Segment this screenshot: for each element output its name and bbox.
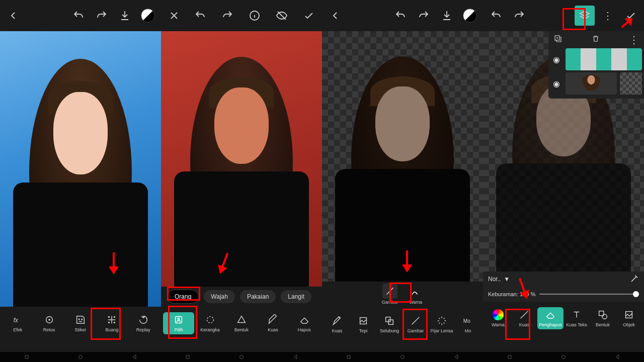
- svg-point-25: [602, 314, 607, 319]
- layers-icon[interactable]: [575, 6, 595, 26]
- tool-label: Kuas: [268, 327, 278, 332]
- tool-label: Kuas: [332, 328, 343, 333]
- undo-icon[interactable]: [486, 6, 506, 26]
- check-icon[interactable]: [621, 6, 641, 26]
- svg-text:Mo: Mo: [463, 318, 470, 324]
- tool-tepi[interactable]: Tepi: [350, 313, 376, 335]
- tool-retus[interactable]: Retus: [33, 312, 64, 334]
- tool-label: Objek: [623, 322, 635, 327]
- tool-kerangka[interactable]: Kerangka: [194, 312, 225, 334]
- mini-gambar[interactable]: Gambar: [382, 284, 398, 305]
- svg-point-10: [78, 355, 82, 359]
- svg-point-2: [48, 319, 50, 321]
- tool-kuas[interactable]: Kuas: [257, 312, 288, 334]
- tool-kuas[interactable]: Kuas: [324, 313, 350, 335]
- mini-warna[interactable]: Warna: [408, 284, 423, 305]
- layer-row[interactable]: ◉: [550, 72, 642, 95]
- layer-row[interactable]: ◉: [550, 48, 642, 70]
- check-icon[interactable]: [299, 6, 319, 26]
- back-icon[interactable]: [325, 6, 345, 26]
- undo-icon[interactable]: [390, 6, 411, 26]
- chip-langit[interactable]: Langit: [281, 290, 311, 303]
- android-navbar: [161, 352, 322, 362]
- android-navbar: [0, 352, 161, 362]
- opacity-slider[interactable]: [539, 294, 639, 295]
- tool-mode[interactable]: MoMo: [455, 313, 481, 335]
- tool-label: Replay: [136, 327, 150, 332]
- close-icon[interactable]: [164, 6, 184, 26]
- tool-label: Kerangka: [200, 327, 220, 332]
- svg-rect-15: [186, 355, 189, 358]
- svg-point-7: [109, 322, 110, 323]
- android-navbar: [322, 352, 483, 362]
- layers-panel[interactable]: ⋮ ◉ ◉: [548, 31, 644, 99]
- tool-label: Bentuk: [234, 327, 249, 332]
- tool-label: Selubung: [380, 328, 399, 333]
- more-icon[interactable]: ⋮: [629, 35, 639, 45]
- chip-orang[interactable]: Orang: [167, 290, 199, 304]
- chip-pakaian[interactable]: Pakaian: [240, 290, 276, 303]
- android-navbar: [483, 352, 644, 362]
- add-layer-icon[interactable]: [553, 34, 562, 45]
- svg-rect-21: [347, 355, 350, 358]
- tool-stiker[interactable]: Stiker: [65, 312, 96, 334]
- tool-gambar[interactable]: Gambar: [403, 313, 429, 335]
- tool-label: Efek: [13, 327, 22, 332]
- svg-rect-18: [386, 317, 390, 322]
- tool-objek[interactable]: Objek: [616, 307, 642, 329]
- svg-rect-27: [508, 355, 511, 358]
- logo-icon[interactable]: [138, 6, 158, 26]
- tool-label: Gambar: [382, 300, 398, 305]
- svg-point-4: [82, 319, 83, 320]
- tool-buang[interactable]: Buang: [96, 312, 127, 334]
- tool-replay[interactable]: Replay: [128, 312, 159, 334]
- undo-icon[interactable]: [190, 6, 210, 26]
- tool-label: Kuas Teks: [566, 322, 587, 327]
- tool-efek[interactable]: fxEfek: [2, 312, 33, 334]
- tool-bentuk[interactable]: Bentuk: [590, 307, 616, 329]
- tool-pilih[interactable]: Pilih: [163, 312, 194, 334]
- svg-point-14: [207, 317, 213, 323]
- editor-canvas[interactable]: [161, 31, 322, 287]
- back-icon[interactable]: [3, 6, 23, 26]
- eye-icon[interactable]: ◉: [550, 55, 562, 64]
- tool-label: Bentuk: [596, 322, 610, 327]
- svg-point-8: [114, 322, 115, 323]
- redo-icon[interactable]: [92, 6, 112, 26]
- tool-label: Pijar Lensa: [430, 328, 453, 333]
- tool-label: Hapus: [298, 327, 311, 332]
- tool-hapus[interactable]: Hapus: [289, 312, 320, 334]
- tool-pijar[interactable]: Pijar Lensa: [429, 313, 455, 335]
- tool-kuas[interactable]: Kuas: [511, 307, 537, 329]
- preview-icon[interactable]: [272, 6, 292, 26]
- chip-wajah[interactable]: Wajah: [204, 290, 235, 303]
- redo-icon[interactable]: [414, 6, 434, 26]
- tool-label: Mo: [465, 328, 471, 333]
- blend-label: Nor..: [488, 276, 501, 283]
- svg-rect-19: [388, 320, 393, 324]
- undo-icon[interactable]: [68, 6, 89, 26]
- download-icon[interactable]: [115, 6, 135, 26]
- tool-kuasteks[interactable]: Kuas Teks: [564, 307, 590, 329]
- tool-warna[interactable]: Warna: [485, 307, 511, 329]
- tool-label: Pilih: [175, 327, 183, 332]
- editor-canvas[interactable]: [0, 31, 161, 307]
- tool-bentuk[interactable]: Bentuk: [226, 312, 257, 334]
- redo-icon[interactable]: [509, 6, 529, 26]
- tool-penghapus[interactable]: Penghapus: [537, 307, 564, 329]
- svg-point-3: [78, 319, 79, 320]
- tool-label: Warna: [492, 322, 505, 327]
- download-icon[interactable]: [437, 6, 457, 26]
- more-icon[interactable]: ⋮: [598, 6, 618, 26]
- redo-icon[interactable]: [217, 6, 237, 26]
- blend-mode-dropdown[interactable]: Nor.. ▼: [488, 276, 510, 283]
- magic-icon[interactable]: [630, 274, 639, 285]
- tool-selubung[interactable]: Selubung: [376, 313, 403, 335]
- info-icon[interactable]: [245, 6, 265, 26]
- delete-layer-icon[interactable]: [591, 34, 600, 45]
- tool-label: Buang: [105, 327, 118, 332]
- tool-label: Kuas: [519, 322, 530, 327]
- logo-icon[interactable]: [460, 6, 480, 26]
- editor-canvas[interactable]: [322, 31, 483, 282]
- eye-icon[interactable]: ◉: [550, 79, 562, 88]
